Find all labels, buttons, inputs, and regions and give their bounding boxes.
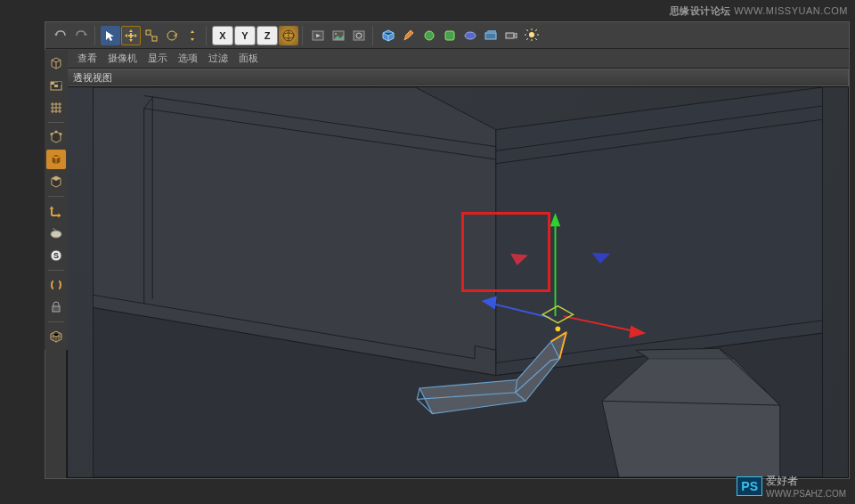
- object-generator[interactable]: [440, 26, 460, 45]
- svg-point-13: [465, 32, 476, 39]
- divider: [48, 122, 64, 123]
- svg-point-38: [51, 133, 53, 135]
- edge-mode[interactable]: [46, 150, 66, 169]
- render-settings[interactable]: [349, 26, 369, 45]
- redo-button[interactable]: [71, 26, 91, 45]
- coordinate-system[interactable]: [279, 26, 298, 45]
- render-view[interactable]: [308, 26, 328, 45]
- annotation-highlight-box: [461, 212, 550, 292]
- object-deformer[interactable]: [460, 26, 480, 45]
- snap-toggle[interactable]: S: [46, 246, 66, 265]
- point-mode[interactable]: [46, 127, 66, 147]
- menu-display[interactable]: 显示: [148, 52, 167, 65]
- svg-point-33: [556, 327, 561, 332]
- object-camera[interactable]: [501, 26, 521, 45]
- svg-rect-15: [506, 33, 514, 38]
- polygon-mode[interactable]: [46, 172, 66, 191]
- watermark-url: WWW.MISSYUAN.COM: [734, 5, 848, 16]
- select-tool[interactable]: [101, 26, 120, 45]
- divider: [48, 270, 64, 271]
- viewport-container: 透视视图: [45, 69, 849, 478]
- object-nurbs[interactable]: [419, 26, 439, 45]
- menu-panel[interactable]: 面板: [239, 52, 258, 65]
- svg-rect-44: [53, 306, 60, 312]
- svg-rect-0: [146, 30, 151, 35]
- scale-tool[interactable]: [142, 26, 161, 45]
- svg-point-39: [60, 133, 62, 135]
- svg-rect-35: [51, 82, 54, 85]
- move-tool[interactable]: [121, 26, 141, 45]
- texture-mode[interactable]: [46, 98, 66, 118]
- svg-rect-12: [445, 31, 454, 40]
- watermark-brand-bottom: 爱好者: [766, 475, 798, 487]
- svg-rect-36: [58, 82, 61, 85]
- main-toolbar: X Y Z: [45, 22, 849, 49]
- viewport-solo[interactable]: [46, 327, 66, 346]
- tweak-mode[interactable]: [46, 224, 66, 243]
- svg-point-16: [529, 32, 534, 37]
- svg-point-8: [335, 33, 337, 35]
- menu-options[interactable]: 选项: [178, 52, 198, 65]
- menu-camera[interactable]: 摄像机: [108, 52, 137, 65]
- viewport-3d[interactable]: [67, 86, 849, 478]
- y-axis-lock[interactable]: Y: [234, 26, 256, 45]
- svg-point-11: [425, 31, 434, 40]
- svg-rect-14: [485, 33, 496, 39]
- menu-view[interactable]: 查看: [77, 52, 97, 65]
- watermark-url-bottom: WWW.PSAHZ.COM: [766, 489, 846, 499]
- last-tool[interactable]: [183, 26, 202, 45]
- object-pen[interactable]: [399, 26, 419, 45]
- viewport-scene: [68, 87, 848, 477]
- viewport-title: 透视视图: [73, 71, 112, 85]
- make-editable-button[interactable]: [46, 53, 66, 73]
- bottom-watermark: PS 爱好者 WWW.PSAHZ.COM: [737, 474, 846, 499]
- undo-button[interactable]: [51, 26, 70, 45]
- workplane-toggle[interactable]: [46, 275, 66, 295]
- model-mode[interactable]: [46, 76, 66, 95]
- menu-filter[interactable]: 过滤: [208, 52, 228, 65]
- viewport-header: 透视视图: [67, 69, 849, 86]
- top-watermark: 思缘设计论坛 WWW.MISSYUAN.COM: [670, 4, 848, 18]
- app-frame: X Y Z 查看 摄像机 显示 选项 过滤 面板: [45, 21, 850, 479]
- svg-text:S: S: [53, 251, 59, 260]
- object-light[interactable]: [522, 26, 542, 45]
- svg-rect-37: [54, 85, 58, 87]
- svg-point-40: [55, 131, 58, 134]
- svg-point-41: [51, 231, 61, 238]
- render-picture[interactable]: [329, 26, 348, 45]
- divider: [48, 196, 64, 197]
- mode-toolbar: S: [45, 50, 68, 350]
- svg-rect-1: [152, 37, 157, 41]
- z-axis-lock[interactable]: Z: [256, 26, 278, 45]
- viewport-menubar: 查看 摄像机 显示 选项 过滤 面板: [45, 49, 849, 69]
- lock-icon[interactable]: [46, 297, 66, 317]
- ps-badge: PS: [737, 476, 762, 496]
- object-environment[interactable]: [481, 26, 501, 45]
- rotate-tool[interactable]: [162, 26, 182, 45]
- object-cube[interactable]: [379, 26, 398, 45]
- watermark-brand: 思缘设计论坛: [670, 5, 731, 16]
- x-axis-lock[interactable]: X: [212, 26, 233, 45]
- divider: [48, 321, 64, 322]
- axis-mode[interactable]: [46, 201, 66, 221]
